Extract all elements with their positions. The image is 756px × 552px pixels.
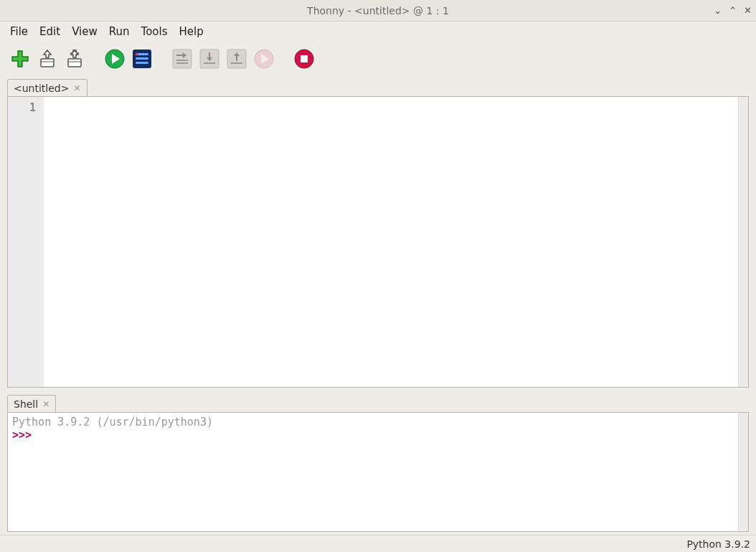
statusbar: Python 3.9.2 xyxy=(0,535,756,552)
svg-rect-16 xyxy=(231,62,242,64)
line-number-gutter: 1 xyxy=(8,97,44,387)
shell-tab[interactable]: Shell ✕ xyxy=(7,395,56,413)
menu-view[interactable]: View xyxy=(66,22,103,41)
shell-panel: Shell ✕ Python 3.9.2 (/usr/bin/python3) … xyxy=(7,392,749,532)
maximize-button[interactable]: ⌃ xyxy=(729,6,737,15)
save-file-button[interactable] xyxy=(63,47,86,70)
svg-point-9 xyxy=(136,53,138,56)
menu-edit[interactable]: Edit xyxy=(34,22,66,41)
interpreter-status[interactable]: Python 3.9.2 xyxy=(686,538,750,550)
shell-prompt: >>> xyxy=(12,429,32,441)
toolbar xyxy=(0,42,756,76)
menu-file[interactable]: File xyxy=(4,22,34,41)
main-area: <untitled> ✕ 1 Shell ✕ Python 3.9.2 (/us… xyxy=(0,76,756,535)
svg-rect-19 xyxy=(301,55,308,62)
step-into-button[interactable] xyxy=(198,47,221,70)
code-editor[interactable] xyxy=(44,97,738,387)
line-number: 1 xyxy=(12,101,36,114)
menubar: File Edit View Run Tools Help xyxy=(0,22,756,42)
stop-icon xyxy=(293,48,315,70)
close-window-button[interactable]: ✕ xyxy=(744,6,752,15)
save-icon xyxy=(65,49,84,69)
stop-button[interactable] xyxy=(293,47,316,70)
editor-tab-untitled[interactable]: <untitled> ✕ xyxy=(7,79,88,97)
window-title: Thonny - <untitled> @ 1 : 1 xyxy=(307,5,449,17)
step-over-button[interactable] xyxy=(171,47,194,70)
editor-frame: 1 xyxy=(7,96,749,388)
menu-help[interactable]: Help xyxy=(174,22,209,41)
editor-scrollbar[interactable] xyxy=(738,97,748,387)
debug-icon xyxy=(131,48,153,70)
close-tab-icon[interactable]: ✕ xyxy=(73,84,80,93)
shell-version-line: Python 3.9.2 (/usr/bin/python3) xyxy=(12,416,734,429)
editor-tab-label: <untitled> xyxy=(14,83,69,94)
svg-rect-10 xyxy=(173,50,192,68)
shell-tabs: Shell ✕ xyxy=(7,392,749,412)
resume-icon xyxy=(253,48,275,70)
menu-tools[interactable]: Tools xyxy=(136,22,174,41)
new-file-button[interactable] xyxy=(9,47,32,70)
svg-rect-2 xyxy=(68,59,81,67)
plus-icon xyxy=(10,49,30,69)
run-button[interactable] xyxy=(103,47,126,70)
resume-button[interactable] xyxy=(252,47,275,70)
svg-rect-12 xyxy=(176,62,188,64)
menu-run[interactable]: Run xyxy=(103,22,136,41)
svg-rect-11 xyxy=(176,60,188,61)
svg-rect-7 xyxy=(136,57,148,60)
step-out-button[interactable] xyxy=(225,47,248,70)
open-file-button[interactable] xyxy=(36,47,59,70)
shell-scrollbar[interactable] xyxy=(738,413,748,531)
svg-rect-0 xyxy=(41,59,54,67)
step-into-icon xyxy=(199,48,220,70)
open-icon xyxy=(38,49,57,69)
editor-panel: <untitled> ✕ 1 xyxy=(7,76,749,388)
step-over-icon xyxy=(171,48,193,70)
step-out-icon xyxy=(226,48,247,70)
close-shell-tab-icon[interactable]: ✕ xyxy=(42,400,49,408)
svg-rect-14 xyxy=(204,62,215,64)
debug-button[interactable] xyxy=(131,47,153,70)
rollup-button[interactable]: ⌄ xyxy=(714,6,722,15)
svg-rect-8 xyxy=(136,62,148,64)
shell-tab-label: Shell xyxy=(14,398,38,410)
shell-frame: Python 3.9.2 (/usr/bin/python3) >>> xyxy=(7,412,749,532)
play-icon xyxy=(104,48,126,70)
window-controls: ⌄ ⌃ ✕ xyxy=(714,6,752,15)
editor-tabs: <untitled> ✕ xyxy=(7,76,749,96)
shell-output[interactable]: Python 3.9.2 (/usr/bin/python3) >>> xyxy=(8,413,738,531)
titlebar: Thonny - <untitled> @ 1 : 1 ⌄ ⌃ ✕ xyxy=(0,0,756,22)
